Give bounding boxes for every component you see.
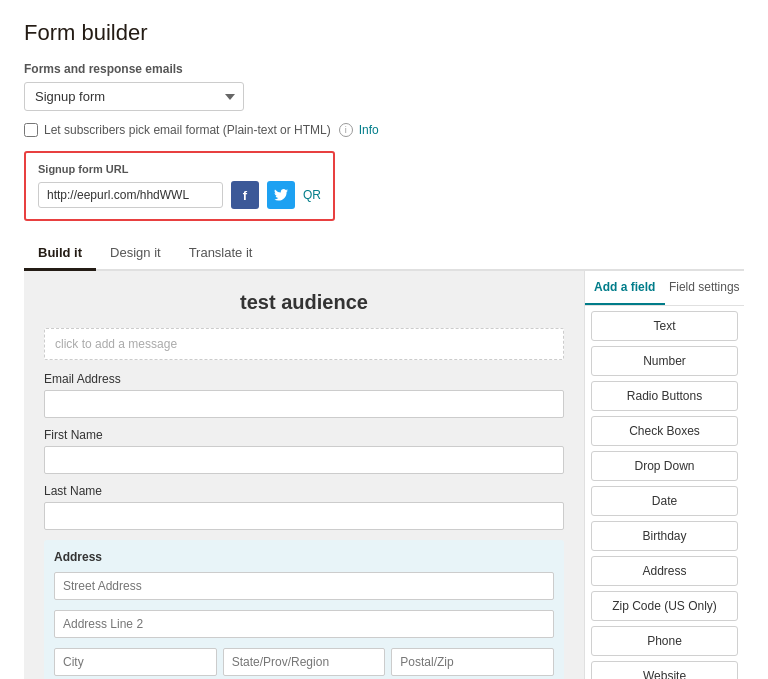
field-type-dropdown[interactable]: Drop Down: [591, 451, 738, 481]
tab-design-it[interactable]: Design it: [96, 237, 175, 271]
lastname-label: Last Name: [44, 484, 564, 498]
field-type-radio[interactable]: Radio Buttons: [591, 381, 738, 411]
url-box: Signup form URL f QR: [24, 151, 335, 221]
line2-field-group: [54, 610, 554, 638]
checkbox-label: Let subscribers pick email format (Plain…: [44, 123, 331, 137]
form-preview-inner: test audience click to add a message Ema…: [44, 291, 564, 679]
email-field-group: Email Address: [44, 372, 564, 418]
firstname-label: First Name: [44, 428, 564, 442]
email-label: Email Address: [44, 372, 564, 386]
tab-build-it[interactable]: Build it: [24, 237, 96, 271]
facebook-button[interactable]: f: [231, 181, 259, 209]
panel-tab-settings[interactable]: Field settings: [665, 271, 745, 305]
checkbox-row: Let subscribers pick email format (Plain…: [24, 123, 744, 137]
field-type-text[interactable]: Text: [591, 311, 738, 341]
forms-label: Forms and response emails: [24, 62, 744, 76]
email-format-checkbox[interactable]: [24, 123, 38, 137]
city-state-row: [54, 648, 554, 676]
right-panel: Add a field Field settings Text Number R…: [584, 271, 744, 679]
message-placeholder[interactable]: click to add a message: [44, 328, 564, 360]
form-select[interactable]: Signup form: [24, 82, 244, 111]
page-title: Form builder: [24, 20, 744, 46]
field-type-checkbox[interactable]: Check Boxes: [591, 416, 738, 446]
firstname-field-group: First Name: [44, 428, 564, 474]
form-preview-area: test audience click to add a message Ema…: [24, 271, 584, 679]
url-label: Signup form URL: [38, 163, 321, 175]
twitter-button[interactable]: [267, 181, 295, 209]
state-input[interactable]: [223, 648, 386, 676]
line2-input[interactable]: [54, 610, 554, 638]
field-type-zipcode[interactable]: Zip Code (US Only): [591, 591, 738, 621]
info-icon[interactable]: i: [339, 123, 353, 137]
lastname-input[interactable]: [44, 502, 564, 530]
address-section-label: Address: [54, 550, 554, 564]
tabs-row: Build it Design it Translate it: [24, 237, 744, 271]
panel-tabs: Add a field Field settings: [585, 271, 744, 306]
tab-translate-it[interactable]: Translate it: [175, 237, 267, 271]
field-type-number[interactable]: Number: [591, 346, 738, 376]
panel-tab-add-field[interactable]: Add a field: [585, 271, 665, 305]
email-input[interactable]: [44, 390, 564, 418]
audience-title: test audience: [44, 291, 564, 314]
field-type-phone[interactable]: Phone: [591, 626, 738, 656]
lastname-field-group: Last Name: [44, 484, 564, 530]
url-row: f QR: [38, 181, 321, 209]
city-input[interactable]: [54, 648, 217, 676]
field-type-date[interactable]: Date: [591, 486, 738, 516]
form-select-row: Signup form: [24, 82, 744, 111]
postal-input[interactable]: [391, 648, 554, 676]
street-input[interactable]: [54, 572, 554, 600]
main-content: test audience click to add a message Ema…: [24, 271, 744, 679]
qr-link[interactable]: QR: [303, 188, 321, 202]
info-link[interactable]: Info: [359, 123, 379, 137]
field-types-list: Text Number Radio Buttons Check Boxes Dr…: [585, 311, 744, 679]
field-type-website[interactable]: Website: [591, 661, 738, 679]
firstname-input[interactable]: [44, 446, 564, 474]
page-container: Form builder Forms and response emails S…: [0, 0, 768, 679]
field-type-address[interactable]: Address: [591, 556, 738, 586]
street-field-group: [54, 572, 554, 600]
url-input[interactable]: [38, 182, 223, 208]
field-type-birthday[interactable]: Birthday: [591, 521, 738, 551]
address-section: Address USA: [44, 540, 564, 679]
